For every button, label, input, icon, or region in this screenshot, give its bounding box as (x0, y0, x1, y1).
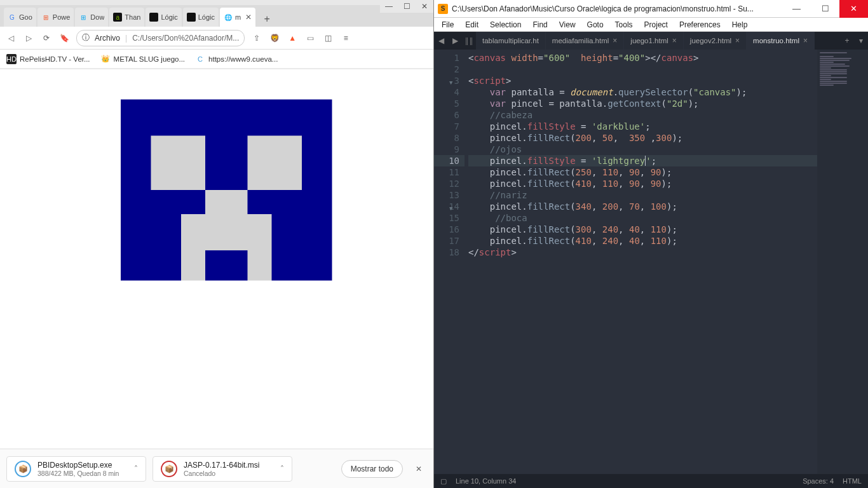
code-line[interactable]: pincel.fillRect(410, 110, 90, 90); (468, 178, 817, 189)
line-number[interactable]: 17 (434, 235, 459, 247)
close-tab-icon[interactable]: × (803, 36, 808, 45)
code-line[interactable]: </script> (468, 247, 817, 258)
line-number[interactable]: 16 (434, 224, 459, 235)
code-line[interactable]: var pantalla = document.querySelector("c… (468, 86, 817, 98)
line-number[interactable]: 8 (434, 132, 459, 144)
code-line[interactable]: //ojos (468, 144, 817, 155)
indent-setting[interactable]: Spaces: 4 (803, 477, 834, 485)
bookmark-item[interactable]: 👑METAL SLUG juego... (100, 54, 186, 64)
back-icon[interactable]: ◁ (5, 34, 17, 43)
menu-item-tools[interactable]: Tools (610, 19, 638, 30)
close-tab-icon[interactable]: × (735, 36, 740, 45)
sidebar-icon[interactable]: ◫ (322, 34, 334, 43)
wallet-icon[interactable]: ▭ (304, 34, 316, 43)
code-line[interactable]: //boca (468, 212, 817, 224)
code-line[interactable]: <script> (468, 75, 817, 86)
close-button[interactable]: ✕ (416, 0, 433, 13)
line-number[interactable]: 2 (434, 64, 459, 75)
menu-item-find[interactable]: Find (527, 19, 552, 30)
close-tab-icon[interactable]: × (613, 36, 617, 45)
line-number[interactable]: 12 (434, 178, 459, 189)
editor-tab[interactable]: tablamultiplicar.ht (476, 32, 546, 50)
line-number[interactable]: 4 (434, 86, 459, 98)
browser-tab[interactable]: GGoo (4, 8, 36, 27)
editor-tab[interactable]: juego1.html× (624, 32, 683, 50)
line-number[interactable]: 1 (434, 52, 459, 64)
menu-item-preferences[interactable]: Preferences (674, 19, 726, 30)
minimize-button[interactable]: — (380, 0, 398, 13)
line-number[interactable]: 10 (434, 155, 465, 166)
code-line[interactable]: //nariz (468, 189, 817, 201)
browser-tab[interactable]: aLógic (146, 8, 181, 27)
tab-list-icon[interactable]: ║║ (462, 32, 476, 50)
code-line[interactable]: pincel.fillRect(250, 110, 90, 90); (468, 166, 817, 178)
browser-tab[interactable]: 🌐m✕ (220, 8, 255, 27)
line-number[interactable]: 11 (434, 166, 459, 178)
code-line[interactable]: <canvas width="600" height="400"></canva… (468, 52, 817, 64)
browser-tab[interactable]: ⊞Dow (75, 8, 108, 27)
line-number[interactable]: 18 (434, 247, 459, 258)
brave-rewards-icon[interactable]: ▲ (287, 34, 298, 43)
close-button[interactable]: ✕ (839, 0, 868, 18)
tab-nav-left-icon[interactable]: ◀ (434, 32, 448, 50)
code-area[interactable]: <canvas width="600" height="400"></canva… (465, 50, 817, 474)
reload-icon[interactable]: ⟳ (41, 34, 52, 43)
line-number[interactable]: 6 (434, 109, 459, 121)
download-item[interactable]: 📦PBIDesktopSetup.exe388/422 MB, Quedan 8… (6, 456, 146, 482)
line-number[interactable]: 7 (434, 121, 459, 132)
bookmark-item[interactable]: Chttps://www9.cueva... (195, 54, 278, 64)
menu-item-edit[interactable]: Edit (460, 19, 484, 30)
browser-tab[interactable]: ⊞Powe (37, 8, 74, 27)
menu-item-goto[interactable]: Goto (582, 19, 609, 30)
bookmark-icon[interactable]: 🔖 (58, 34, 70, 43)
editor-tab[interactable]: mediafamilia.html× (546, 32, 625, 50)
close-tab-icon[interactable]: ✕ (243, 13, 252, 22)
maximize-button[interactable]: ☐ (398, 0, 416, 13)
line-number[interactable]: ▼14 (434, 201, 459, 212)
code-line[interactable] (468, 64, 817, 75)
code-line[interactable]: pincel.fillRect(340, 200, 70, 100); (468, 201, 817, 212)
url-input[interactable]: ⓘ Archivo | C:/Users/Don%20Afanador/M... (76, 30, 245, 46)
menu-item-project[interactable]: Project (639, 19, 673, 30)
chevron-up-icon[interactable]: ˄ (134, 464, 138, 473)
menu-item-help[interactable]: Help (727, 19, 753, 30)
minimize-button[interactable]: — (782, 0, 811, 18)
code-line[interactable]: pincel.fillRect(200, 50, 350 ,300); (468, 132, 817, 144)
tab-nav-right-icon[interactable]: ▶ (448, 32, 462, 50)
menu-item-view[interactable]: View (554, 19, 581, 30)
menu-item-selection[interactable]: Selection (485, 19, 526, 30)
panel-switcher-icon[interactable]: ▢ (440, 477, 447, 485)
minimap[interactable] (817, 50, 868, 474)
show-all-downloads-button[interactable]: Mostrar todo (341, 460, 403, 478)
chevron-up-icon[interactable]: ˄ (280, 464, 284, 473)
browser-tab[interactable]: aLógic (183, 8, 219, 27)
menu-item-file[interactable]: File (437, 19, 459, 30)
editor-tab[interactable]: monstruo.html× (747, 32, 815, 50)
forward-icon[interactable]: ▷ (23, 34, 34, 43)
brave-shield-icon[interactable]: 🦁 (269, 34, 280, 43)
line-number[interactable]: ▼3 (434, 75, 459, 86)
syntax-setting[interactable]: HTML (843, 477, 862, 485)
line-number[interactable]: 13 (434, 189, 459, 201)
download-item[interactable]: 📦JASP-0.17.1-64bit.msiCancelado˄ (153, 456, 292, 482)
editor-tab[interactable]: juegov2.html× (684, 32, 747, 50)
code-line[interactable]: var pincel = pantalla.getContext("2d"); (468, 98, 817, 109)
code-line[interactable]: pincel.fillRect(300, 240, 40, 110); (468, 224, 817, 235)
bookmark-item[interactable]: HDRePelisHD.TV - Ver... (6, 54, 90, 64)
code-line[interactable]: pincel.fillStyle = 'darkblue'; (468, 121, 817, 132)
close-downloads-icon[interactable]: ✕ (410, 462, 427, 476)
close-tab-icon[interactable]: × (672, 36, 677, 45)
new-tab-button[interactable]: + (259, 11, 275, 27)
new-tab-icon[interactable]: + (840, 32, 854, 50)
code-line[interactable]: //cabeza (468, 109, 817, 121)
code-line[interactable]: pincel.fillRect(410, 240, 40, 110); (468, 235, 817, 247)
code-line[interactable]: pincel.fillStyle = 'lightgrey'; (468, 155, 817, 166)
tab-menu-icon[interactable]: ▾ (854, 32, 868, 50)
browser-tab[interactable]: aThan (109, 8, 144, 27)
line-number[interactable]: 15 (434, 212, 459, 224)
maximize-button[interactable]: ☐ (811, 0, 839, 18)
line-number[interactable]: 9 (434, 144, 459, 155)
share-icon[interactable]: ⇪ (251, 34, 262, 43)
menu-icon[interactable]: ≡ (340, 34, 351, 43)
line-number[interactable]: 5 (434, 98, 459, 109)
